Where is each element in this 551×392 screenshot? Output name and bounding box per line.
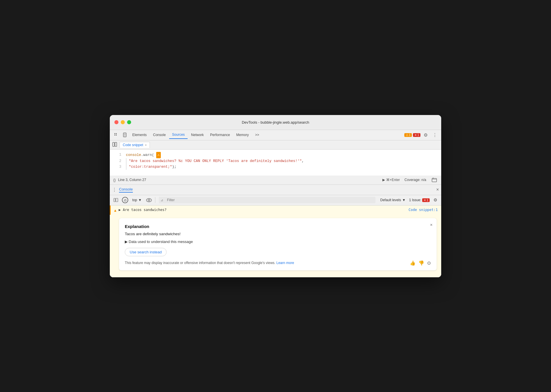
cursor-position: Line 3, Column 27	[118, 178, 146, 182]
filter-input[interactable]	[164, 197, 374, 203]
issues-err-badge: ✕ 1	[422, 198, 430, 202]
source-link[interactable]: Code snippet:1	[409, 208, 438, 212]
explanation-card: × Explanation Tacos are definitely sandw…	[119, 218, 437, 270]
code-editor[interactable]: 1 console.warn( ⚠ 2 "Are tacos sandwiche…	[110, 150, 441, 176]
screenshot-icon[interactable]	[431, 176, 438, 183]
svg-rect-5	[124, 133, 126, 136]
explanation-body: Tacos are definitely sandwiches!	[125, 232, 431, 236]
tab-memory[interactable]: Memory	[233, 131, 252, 139]
devtools-content: Elements Console Sources Network Perform…	[110, 130, 441, 277]
context-selector[interactable]: top ▼	[131, 197, 144, 203]
svg-rect-10	[433, 178, 434, 178]
close-traffic-light[interactable]	[114, 120, 118, 124]
tab-performance[interactable]: Performance	[207, 131, 233, 139]
svg-rect-12	[116, 198, 118, 202]
thumbs-down-icon[interactable]: 👎	[418, 260, 424, 266]
console-toolbar: ⊘ top ▼ ⊿ Default levels ▼	[110, 195, 441, 206]
coverage-label: Coverage: n/a	[405, 178, 426, 182]
svg-rect-2	[114, 135, 115, 135]
more-options-icon[interactable]: ⋮	[431, 131, 439, 139]
svg-rect-11	[114, 198, 115, 202]
svg-point-6	[124, 136, 125, 137]
message-text[interactable]: ▶ Are tacos sandwiches?	[119, 208, 167, 212]
warning-message: ▲ ▶ Are tacos sandwiches? Code snippet:1	[110, 206, 441, 215]
sidebar-toggle-icon[interactable]	[112, 196, 120, 204]
status-right: ▶ ⌘+Enter Coverage: n/a	[382, 176, 438, 183]
separator	[155, 197, 155, 203]
close-explanation-icon[interactable]: ×	[430, 222, 433, 227]
editor-tabs: Code snippet ×	[110, 140, 441, 150]
svg-point-14	[148, 199, 150, 201]
devtools-window: DevTools - bubble-jingle.web.app/search	[110, 115, 441, 277]
titlebar: DevTools - bubble-jingle.web.app/search	[110, 115, 441, 130]
code-editor-area: 1 console.warn( ⚠ 2 "Are tacos sandwiche…	[110, 150, 441, 176]
svg-rect-7	[113, 142, 114, 146]
disclaimer: This feature may display inaccurate or o…	[125, 260, 431, 266]
code-line-3: 3 "color:transparent;");	[110, 164, 441, 170]
console-menu-icon[interactable]: ⋮	[112, 187, 117, 193]
traffic-lights	[114, 120, 131, 124]
clear-console-icon[interactable]: ⊘	[121, 196, 129, 204]
code-snippet-tab[interactable]: Code snippet ×	[120, 142, 150, 148]
tab-console[interactable]: Console	[150, 131, 169, 139]
run-button[interactable]: ▶ ⌘+Enter	[382, 178, 400, 182]
status-bar: {} Line 3, Column 27 ▶ ⌘+Enter Coverage:…	[110, 176, 441, 185]
svg-rect-9	[432, 178, 437, 182]
console-title: Console	[119, 187, 133, 193]
log-levels-dropdown[interactable]: Default levels ▼	[378, 197, 407, 203]
code-line-1: 1 console.warn( ⚠	[110, 152, 441, 158]
minimize-traffic-light[interactable]	[121, 120, 125, 124]
svg-rect-0	[114, 133, 115, 134]
devtools-tabbar: Elements Console Sources Network Perform…	[110, 130, 441, 140]
maximize-traffic-light[interactable]	[127, 120, 131, 124]
settings-icon[interactable]: ⚙	[422, 131, 430, 139]
live-expression-icon[interactable]	[145, 196, 153, 204]
svg-rect-8	[115, 142, 117, 146]
close-console-icon[interactable]: ×	[436, 187, 439, 192]
console-settings-icon[interactable]: ⚙	[431, 196, 439, 204]
status-left: {} Line 3, Column 27	[113, 178, 146, 182]
svg-rect-1	[116, 133, 117, 134]
error-badge[interactable]: ✕ 1	[413, 133, 420, 137]
thumbs-up-icon[interactable]: 👍	[410, 260, 416, 266]
tab-sources[interactable]: Sources	[169, 131, 188, 139]
explanation-title: Explanation	[125, 224, 431, 229]
warning-badge[interactable]: ⚠ 1	[404, 133, 412, 137]
code-line-2: 2 "Are tacos sandwiches? %c YOU CAN ONLY…	[110, 158, 441, 164]
use-search-button[interactable]: Use search instead	[125, 248, 167, 256]
tab-elements[interactable]: Elements	[129, 131, 150, 139]
report-icon[interactable]: ⊙	[427, 260, 431, 266]
filter-icon: ⊿	[161, 198, 163, 202]
issues-counter[interactable]: 1 Issue: ✕ 1	[409, 198, 430, 202]
svg-rect-3	[116, 135, 117, 135]
tab-more[interactable]: >>	[252, 131, 262, 139]
tab-network[interactable]: Network	[188, 131, 207, 139]
editor-panel-icon	[112, 142, 117, 148]
window-title: DevTools - bubble-jingle.web.app/search	[242, 120, 309, 125]
console-header: ⋮ Console ×	[110, 185, 441, 195]
warning-triangle-icon: ▲	[114, 208, 116, 212]
learn-more-link[interactable]: Learn more	[276, 261, 294, 265]
filter-input-wrap: ⊿	[159, 197, 376, 203]
mobile-icon[interactable]	[121, 131, 129, 139]
cursor-icon[interactable]	[112, 131, 120, 139]
pretty-print-icon[interactable]: {}	[113, 178, 116, 182]
close-tab-icon[interactable]: ×	[145, 143, 147, 147]
feedback-icons: 👍 👎 ⊙	[410, 260, 431, 266]
svg-point-13	[146, 198, 152, 202]
data-details-toggle[interactable]: ▶ Data used to understand this message	[125, 240, 431, 244]
tabbar-right: ⚠ 1 ✕ 1 ⚙ ⋮	[404, 131, 439, 139]
console-messages[interactable]: ▲ ▶ Are tacos sandwiches? Code snippet:1…	[110, 206, 441, 277]
